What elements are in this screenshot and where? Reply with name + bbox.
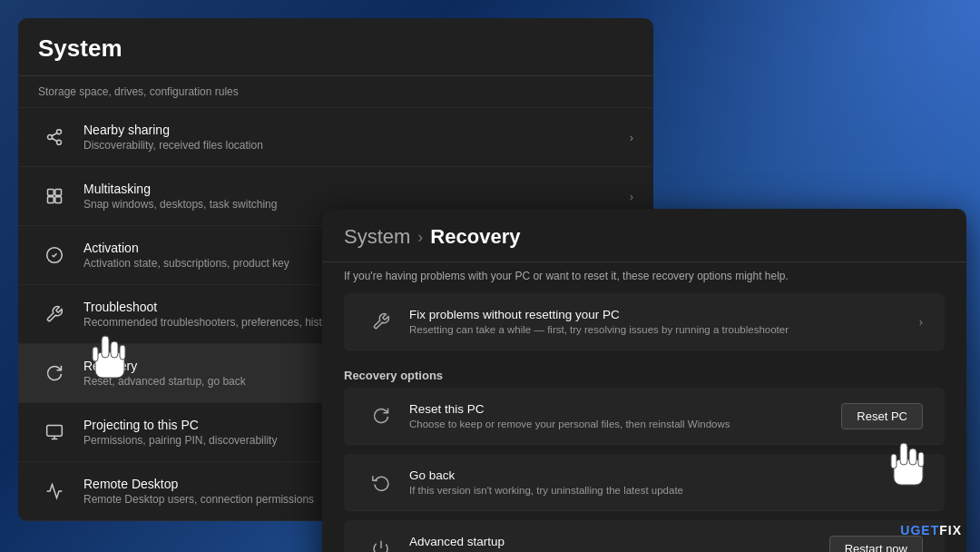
history-icon [366,467,397,498]
restart-now-button[interactable]: Restart now [829,536,923,553]
multitasking-name: Multitasking [83,182,630,196]
advanced-startup-name: Advanced startup [409,535,829,548]
left-panel-header: System [18,18,653,76]
svg-rect-8 [55,197,62,203]
system-title: System [38,34,633,63]
screen-icon [38,416,71,448]
fix-problems-text: Fix problems without resetting your PC R… [409,308,919,335]
go-back-item: Go back If this version isn't working, t… [344,454,945,511]
watermark-suffix: FIX [939,523,962,537]
go-back-name: Go back [409,468,923,482]
reset-pc-button[interactable]: Reset PC [841,403,923,429]
fix-problems-item[interactable]: Fix problems without resetting your PC R… [344,293,945,350]
reset-pc-item: Reset this PC Choose to keep or remove y… [344,388,945,445]
watermark: UGETFIX [900,523,962,537]
recovery-subtitle: If you're having problems with your PC o… [322,262,966,293]
sidebar-item-nearby-sharing[interactable]: Nearby sharing Discoverability, received… [18,108,653,167]
right-panel-header: System › Recovery [322,209,966,262]
svg-point-1 [48,135,53,140]
nearby-sharing-arrow: › [630,131,633,144]
power-icon [366,533,397,552]
svg-rect-7 [48,197,54,203]
fix-problems-name: Fix problems without resetting your PC [409,308,919,321]
advanced-startup-item: Advanced startup Restart your device to … [344,520,945,552]
multitasking-text: Multitasking Snap windows, desktops, tas… [83,182,630,211]
nearby-sharing-desc: Discoverability, received files location [83,139,630,152]
check-circle-icon [38,239,71,271]
recovery-icon [38,357,71,389]
reset-pc-name: Reset this PC [409,402,841,416]
svg-point-2 [57,140,62,144]
advanced-startup-text: Advanced startup Restart your device to … [409,535,829,552]
nearby-sharing-text: Nearby sharing Discoverability, received… [83,123,630,152]
right-panel: System › Recovery If you're having probl… [322,209,966,552]
go-back-desc: If this version isn't working, try unins… [409,485,923,496]
fix-problems-arrow: › [919,315,923,329]
multitask-icon [38,180,71,212]
recovery-options-label: Recovery options [322,360,966,388]
watermark-prefix: UGET [900,523,939,537]
breadcrumb: System › Recovery [344,225,945,249]
breadcrumb-recovery: Recovery [430,225,520,249]
breadcrumb-system: System [344,225,410,249]
truncated-item: Storage space, drives, configuration rul… [18,76,653,108]
nearby-sharing-name: Nearby sharing [83,123,630,137]
svg-rect-5 [48,190,54,196]
svg-rect-10 [47,426,63,437]
multitasking-arrow: › [630,190,633,203]
remote-icon [38,475,71,508]
breadcrumb-separator: › [417,228,423,247]
share-icon [38,121,71,153]
wrench-icon [38,298,71,330]
svg-line-3 [52,138,57,141]
svg-point-0 [57,130,62,134]
reset-pc-desc: Choose to keep or remove your personal f… [409,419,841,429]
svg-line-4 [52,133,57,135]
reset-icon [366,400,397,431]
go-back-text: Go back If this version isn't working, t… [409,468,923,496]
reset-pc-text: Reset this PC Choose to keep or remove y… [409,402,841,429]
fix-problems-icon [366,306,397,337]
svg-rect-6 [55,190,62,196]
fix-problems-desc: Resetting can take a while — first, try … [409,324,919,335]
